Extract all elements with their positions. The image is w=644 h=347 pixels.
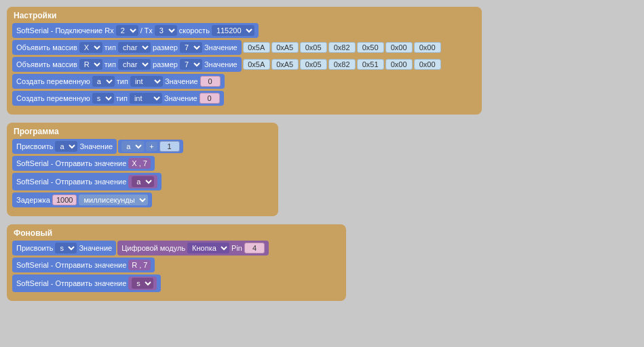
array-r-size-label: размер [153, 60, 178, 68]
declare-array-x-text: Объявить массив [16, 43, 77, 52]
var-s-value-label: Значение [164, 94, 197, 102]
send-x7-val: X , 7 [128, 158, 151, 169]
var-a-select[interactable]: a [92, 76, 115, 87]
declare-array-r-row: Объявить массив R тип charint размер 7 З… [12, 57, 476, 72]
send-r7-text: SoftSerial - Отправить значение [16, 261, 126, 269]
send-s-val: s [128, 277, 157, 290]
array-x-var-select[interactable]: X [79, 42, 102, 53]
send-x7-text: SoftSerial - Отправить значение [16, 159, 126, 167]
assign-a-row: Присвоить a Значение a + 1 [12, 139, 273, 154]
array-x-val-2: 0x05 [300, 42, 327, 53]
assign-a-block: Присвоить a Значение [12, 139, 117, 154]
fonoviy-label: Фоновый [12, 228, 341, 238]
create-var-s-row: Создать переменную s тип intchar Значени… [12, 91, 476, 106]
declare-array-r-block: Объявить массив R тип charint размер 7 З… [12, 57, 242, 72]
array-r-val-2: 0x05 [300, 59, 327, 70]
array-x-size-label: размер [153, 43, 178, 52]
var-a-type-label: тип [117, 77, 128, 85]
array-r-size-select[interactable]: 7 [180, 59, 202, 70]
var-a-value-label: Значение [165, 77, 198, 85]
create-var-a-row: Создать переменную a тип intchar Значени… [12, 74, 476, 89]
rx-select[interactable]: 23 [116, 25, 138, 36]
send-r7-val: R , 7 [128, 260, 151, 270]
array-x-val-5: 0x00 [385, 42, 413, 53]
array-x-type-select[interactable]: charint [118, 42, 151, 53]
operand-val: 1 [159, 141, 180, 152]
send-a-block: SoftSerial - Отправить значение a [12, 173, 162, 190]
programma-label: Программа [12, 127, 273, 136]
send-r7-block: SoftSerial - Отправить значение R , 7 [12, 258, 155, 272]
delay-row: Задержка 1000 миллисекундысекунды [12, 192, 273, 207]
send-a-val: a [128, 175, 157, 188]
array-r-type-label: тип [105, 60, 116, 68]
send-r7-row: SoftSerial - Отправить значение R , 7 [12, 258, 341, 272]
assign-s-value-label: Значение [79, 244, 112, 252]
array-x-val-4: 0x50 [357, 42, 384, 53]
nastroyki-section: Настройки SoftSerial - Подключение Rx 23… [7, 7, 482, 115]
pin-val: 4 [244, 243, 265, 253]
var-s-value: 0 [200, 93, 220, 104]
send-a-var-select[interactable]: a [132, 176, 154, 187]
assign-s-row: Присвоить s Значение Цифровой модуль Кно… [12, 241, 341, 256]
var-a-value: 0 [200, 76, 221, 87]
assign-a-value-label: Значение [79, 142, 113, 150]
create-var-a-text: Создать переменную [16, 77, 90, 85]
assign-s-var-select[interactable]: s [55, 243, 77, 253]
send-s-var-select[interactable]: s [132, 278, 153, 289]
tx-select[interactable]: 32 [155, 25, 177, 36]
array-r-type-select[interactable]: charint [118, 59, 151, 70]
expr-var-select[interactable]: a [121, 141, 144, 152]
array-r-val-1: 0xA5 [271, 59, 299, 70]
delay-unit-select[interactable]: миллисекундысекунды [79, 195, 148, 205]
module-type-select[interactable]: Кнопка [187, 243, 229, 253]
array-r-val-6: 0x00 [414, 59, 441, 70]
assign-s-text: Присвоить [16, 244, 53, 252]
array-x-val-0: 0x5A [243, 42, 270, 53]
rx-label: Rx [105, 26, 113, 35]
send-a-row: SoftSerial - Отправить значение a [12, 173, 273, 190]
var-s-type-label: тип [116, 94, 128, 102]
array-x-type-label: тип [105, 43, 116, 52]
delay-ms: 1000 [52, 195, 77, 205]
speed-label: скорость [179, 26, 210, 35]
array-x-value-label: Значение [204, 43, 238, 52]
speed-select[interactable]: 1152009600 [212, 25, 254, 36]
operator-plus: + [146, 142, 157, 151]
array-x-val-6: 0x00 [414, 42, 441, 53]
softserial-connect-text: SoftSerial - Подключение [16, 26, 102, 35]
tx-label: / Tx [140, 26, 153, 35]
softserial-connect-row: SoftSerial - Подключение Rx 23 / Tx 32 с… [12, 23, 476, 38]
create-var-s-text: Создать переменную [16, 94, 90, 102]
var-s-select[interactable]: s [92, 93, 114, 104]
array-x-val-1: 0xA5 [271, 42, 299, 53]
programma-section: Программа Присвоить a Значение a + 1 Sof… [7, 123, 278, 216]
softserial-connect-block: SoftSerial - Подключение Rx 23 / Tx 32 с… [12, 23, 259, 38]
delay-text: Задержка [16, 196, 50, 204]
var-s-type-select[interactable]: intchar [130, 93, 162, 104]
declare-array-x-row: Объявить массив X тип charint размер 7 З… [12, 40, 476, 55]
pin-label: Pin [231, 244, 242, 252]
send-a-text: SoftSerial - Отправить значение [16, 178, 126, 186]
array-x-val-3: 0x82 [328, 42, 356, 53]
fonoviy-section: Фоновый Присвоить s Значение Цифровой мо… [7, 224, 346, 301]
var-a-type-select[interactable]: intchar [130, 76, 163, 87]
send-s-block: SoftSerial - Отправить значение s [12, 274, 161, 292]
assign-a-var-select[interactable]: a [55, 141, 77, 152]
send-s-row: SoftSerial - Отправить значение s [12, 274, 341, 292]
create-var-a-block: Создать переменную a тип intchar Значени… [12, 74, 225, 89]
array-r-value-label: Значение [204, 60, 238, 68]
array-r-var-select[interactable]: R [79, 59, 102, 70]
send-s-text: SoftSerial - Отправить значение [16, 279, 126, 287]
array-r-val-4: 0x51 [357, 59, 384, 70]
declare-array-x-block: Объявить массив X тип charint размер 7 З… [12, 40, 242, 55]
send-x7-block: SoftSerial - Отправить значение X , 7 [12, 156, 155, 171]
assign-a-expr: a + 1 [118, 140, 183, 153]
assign-a-text: Присвоить [16, 142, 53, 150]
delay-block: Задержка 1000 миллисекундысекунды [12, 192, 152, 207]
nastroyki-label: Настройки [12, 11, 476, 20]
array-x-size-select[interactable]: 7 [180, 42, 202, 53]
create-var-s-block: Создать переменную s тип intchar Значени… [12, 91, 224, 106]
array-r-val-0: 0x5A [243, 59, 270, 70]
array-r-val-3: 0x82 [328, 59, 356, 70]
send-x7-row: SoftSerial - Отправить значение X , 7 [12, 156, 273, 171]
